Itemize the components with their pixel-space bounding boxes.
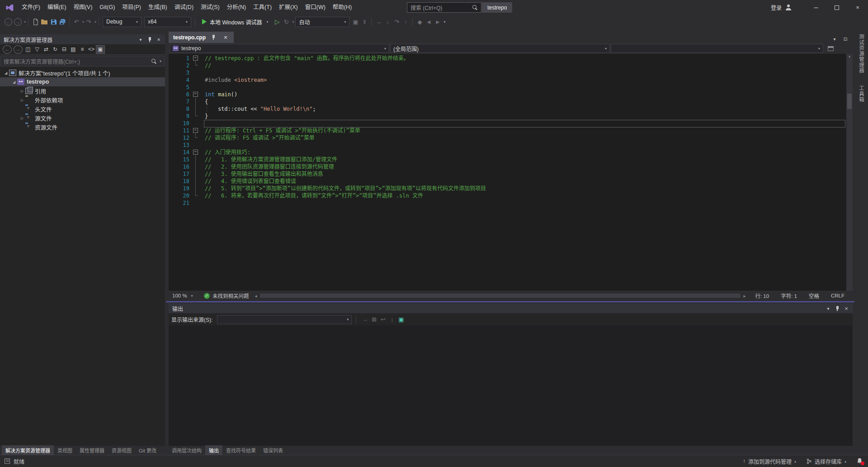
menu-item[interactable]: 窗口(W) xyxy=(302,0,329,15)
document-health-indicator[interactable]: ✓ 未找到相关问题 xyxy=(199,292,254,299)
undo-icon[interactable]: ↶ xyxy=(72,17,81,27)
step-into-icon[interactable]: ↓ xyxy=(383,17,392,27)
start-debugging-button[interactable]: 本地 Windows 调试器 ▾ xyxy=(198,16,272,27)
scroll-right-icon[interactable]: ▸ xyxy=(742,293,747,298)
project-dropdown[interactable]: ++ testrepo ▾ xyxy=(170,44,389,53)
menu-item[interactable]: 项目(P) xyxy=(118,0,145,15)
line-number[interactable]: 12 xyxy=(169,134,189,142)
vertical-scrollbar[interactable]: ▴ xyxy=(846,54,853,291)
line-number[interactable]: 16 xyxy=(169,163,189,170)
toggle-autoscroll-icon[interactable]: ↕ xyxy=(387,315,396,325)
background-tasks-icon[interactable] xyxy=(5,458,10,464)
code-line-5[interactable]: 5 xyxy=(169,84,846,91)
editor-window-options-icon[interactable]: ⊡ xyxy=(841,35,850,43)
auto-hide-tab[interactable]: 测试资源管理器 xyxy=(858,32,865,75)
navigate-forward-icon[interactable]: → xyxy=(14,18,22,26)
solution-explorer-header[interactable]: 解决方案资源管理器 ▾ × xyxy=(0,34,165,44)
auto-profile-select[interactable]: 自动 ▾ xyxy=(295,17,349,27)
hot-reload-icon[interactable]: ↻ xyxy=(282,17,291,27)
close-icon[interactable]: × xyxy=(154,35,163,43)
code-line-20[interactable]: 20// 6. 将来，若要再次打开此项目，请转到“文件”>“打开”>“项目”并选… xyxy=(169,192,846,199)
code-line-15[interactable]: 15// 1. 使用解决方案资源管理器窗口添加/管理文件 xyxy=(169,156,846,163)
notifications-bell-icon[interactable] xyxy=(856,458,863,465)
zoom-select[interactable]: 100 % ▾ xyxy=(170,293,199,298)
code-line-11[interactable]: 11−// 运行程序: Ctrl + F5 或调试 >“开始执行(不调试)”菜单 xyxy=(169,127,846,134)
quick-search-box[interactable]: 搜索 (Ctrl+Q) xyxy=(407,2,481,13)
caret-column-indicator[interactable]: 字符: 1 xyxy=(781,292,797,299)
pin-icon[interactable] xyxy=(145,35,154,43)
clear-all-icon[interactable]: ⊠ xyxy=(369,315,378,325)
line-number[interactable]: 2 xyxy=(169,62,189,69)
select-repository-button[interactable]: 选择存储库 ▴ xyxy=(806,458,846,465)
goto-message-icon[interactable]: → xyxy=(360,315,369,325)
code-line-9[interactable]: 9} xyxy=(169,113,846,120)
code-line-8[interactable]: 8 std::cout << "Hello World!\n"; xyxy=(169,105,846,113)
scroll-up-icon[interactable]: ▴ xyxy=(849,54,850,59)
pin-messages-icon[interactable]: ▣ xyxy=(396,315,406,325)
pending-changes-filter-icon[interactable]: ▽ xyxy=(33,45,42,54)
document-tab-testrepo-cpp[interactable]: testrepo.cpp × xyxy=(169,32,234,43)
menu-item[interactable]: 调试(D) xyxy=(171,0,197,15)
tree-expander-icon[interactable]: ◢ xyxy=(11,80,17,84)
tree-expander-icon[interactable]: ▷ xyxy=(19,98,25,102)
panel-splitter[interactable] xyxy=(166,301,854,302)
sync-with-active-document-icon[interactable]: ⇄ xyxy=(42,45,51,54)
code-line-6[interactable]: 6−int main() xyxy=(169,91,846,98)
solution-platform-select[interactable]: x64 ▾ xyxy=(144,17,191,27)
preview-selected-icon[interactable]: ▣ xyxy=(96,45,105,54)
code-line-12[interactable]: 12// 调试程序: F5 或调试 >“开始调试”菜单 xyxy=(169,134,846,142)
tree-item-project-testrepo[interactable]: ◢++testrepo xyxy=(0,77,165,86)
break-all-icon[interactable]: ‖ xyxy=(360,17,369,27)
redo-icon[interactable]: ↷ xyxy=(84,17,93,27)
code-line-17[interactable]: 17// 3. 使用输出窗口查看生成输出和其他消息 xyxy=(169,170,846,178)
code-line-18[interactable]: 18// 4. 使用错误列表窗口查看错误 xyxy=(169,178,846,185)
code-line-3[interactable]: 3 xyxy=(169,69,846,76)
line-number[interactable]: 10 xyxy=(169,120,189,127)
search-icon[interactable] xyxy=(472,5,478,10)
code-line-1[interactable]: 1−// testrepo.cpp : 此文件包含 "main" 函数。程序执行… xyxy=(169,55,846,62)
spaces-indicator[interactable]: 空格 xyxy=(809,292,819,299)
code-line-4[interactable]: 4#include <iostream> xyxy=(169,76,846,84)
panel-tab[interactable]: 解决方案资源管理器 xyxy=(2,445,54,455)
line-number[interactable]: 17 xyxy=(169,170,189,178)
panel-tab[interactable]: 调用层次结构 xyxy=(168,445,205,455)
code-line-19[interactable]: 19// 5. 转到“项目”>“添加新项”以创建新的代码文件，或转到“项目”>“… xyxy=(169,185,846,192)
window-position-icon[interactable]: ▾ xyxy=(136,35,145,43)
panel-tab[interactable]: Git 更改 xyxy=(135,445,160,455)
open-folder-icon[interactable] xyxy=(40,17,49,27)
tree-item-external-dependencies[interactable]: ▷外部依赖项 xyxy=(0,95,165,104)
scrollbar-thumb[interactable] xyxy=(847,94,852,109)
outline-collapse-icon[interactable]: − xyxy=(193,92,198,97)
line-number[interactable]: 8 xyxy=(169,105,189,113)
toggle-bookmark-icon[interactable]: ◆ xyxy=(415,17,424,27)
forward-icon[interactable]: → xyxy=(14,45,23,54)
line-number[interactable]: 4 xyxy=(169,76,189,84)
previous-bookmark-icon[interactable]: ◄ xyxy=(424,17,433,27)
code-line-13[interactable]: 13 xyxy=(169,142,846,149)
panel-tab[interactable]: 错误列表 xyxy=(259,445,287,455)
horizontal-scrollbar[interactable] xyxy=(259,293,741,298)
navigation-dropdown-icon[interactable]: ▾ xyxy=(24,20,26,24)
line-number[interactable]: 15 xyxy=(169,156,189,163)
line-number[interactable]: 6 xyxy=(169,91,189,98)
window-position-icon[interactable]: ▾ xyxy=(824,304,833,312)
auto-hide-tab[interactable]: 工具箱 xyxy=(858,84,865,104)
tree-item-resource-files[interactable]: 资源文件 xyxy=(0,123,165,132)
outline-collapse-icon[interactable]: − xyxy=(193,128,198,133)
hot-reload-dropdown-icon[interactable]: ▾ xyxy=(292,20,294,24)
line-number[interactable]: 3 xyxy=(169,69,189,76)
code-line-21[interactable]: 21 xyxy=(169,199,846,207)
solution-configuration-select[interactable]: Debug ▾ xyxy=(103,17,142,27)
switch-views-icon[interactable]: ◫ xyxy=(24,45,33,54)
start-without-debugging-icon[interactable]: ▷ xyxy=(273,17,282,27)
search-options-icon[interactable]: ▾ xyxy=(160,59,161,63)
code-line-7[interactable]: 7{ xyxy=(169,98,846,105)
panel-tab[interactable]: 资源视图 xyxy=(108,445,135,455)
redo-dropdown-icon[interactable]: ▾ xyxy=(94,20,96,24)
close-tab-icon[interactable]: × xyxy=(221,32,230,43)
outline-collapse-icon[interactable]: − xyxy=(193,56,198,61)
properties-icon[interactable]: ≡ xyxy=(78,45,87,54)
menu-item[interactable]: 帮助(H) xyxy=(329,0,355,15)
code-line-14[interactable]: 14−// 入门使用技巧: xyxy=(169,149,846,156)
panel-tab[interactable]: 输出 xyxy=(205,445,222,455)
